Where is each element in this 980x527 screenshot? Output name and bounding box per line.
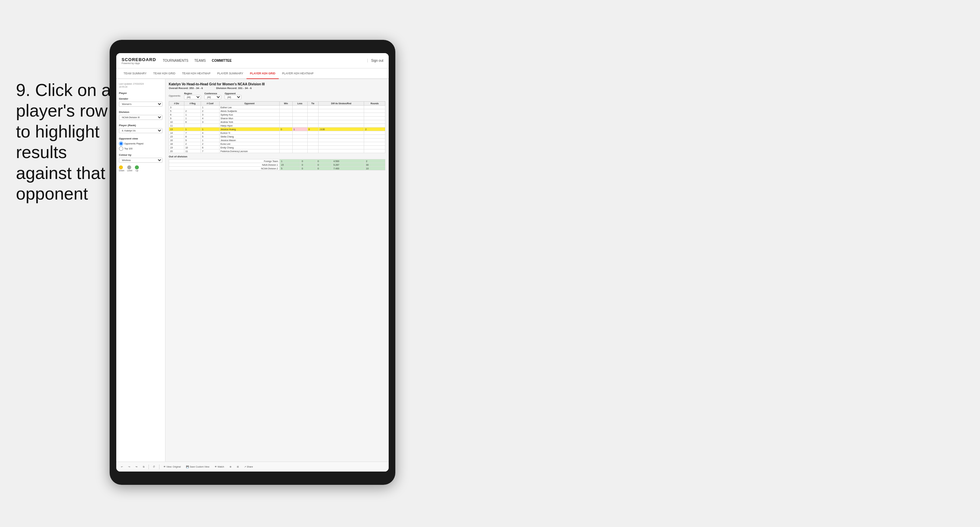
cell-loss: [292, 142, 307, 146]
cell-loss: [292, 113, 307, 117]
top100-radio[interactable]: [119, 146, 123, 151]
cell-opponent: Sharon Mun: [219, 117, 279, 120]
zoom-button[interactable]: ⊕: [228, 465, 233, 469]
subnav-player-summary[interactable]: PLAYER SUMMARY: [214, 68, 247, 79]
table-row[interactable]: 914Sharon Mun: [169, 117, 385, 120]
cell-loss: [292, 124, 307, 127]
cell-tie: [307, 124, 318, 127]
cell-opponent: Haeju Hyun: [219, 124, 279, 127]
col-reg: # Reg: [184, 102, 200, 106]
opponents-played-radio[interactable]: [119, 141, 123, 146]
watch-icon: 👁: [215, 465, 217, 468]
view-original-button[interactable]: 👁 View: Original: [162, 465, 182, 468]
toolbar: ↩ ↪ ↬ ⧉ ⏱ 👁 View: Original 💾 Save Custom…: [116, 462, 389, 471]
cell-loss: 1: [292, 127, 307, 131]
cell-div: 10: [169, 120, 185, 124]
cell-diff: [318, 106, 364, 109]
top100-option[interactable]: Top 100: [119, 146, 162, 151]
cell-tie: [307, 146, 318, 149]
nav-committee[interactable]: COMMITTEE: [212, 58, 232, 63]
logo-area: SCOREBOARD Powered by clippi: [122, 57, 156, 64]
cell-rounds: [364, 124, 385, 127]
watch-button[interactable]: 👁 Watch: [213, 465, 226, 468]
subnav-team-summary[interactable]: TEAM SUMMARY: [120, 68, 150, 79]
opponent-select[interactable]: (All): [224, 95, 242, 99]
out-of-div-row[interactable]: NCAA Division 25007.40010: [169, 167, 385, 170]
nav-tournaments[interactable]: TOURNAMENTS: [163, 58, 188, 63]
main-content: Last Updated: 27/03/2024 16:55:28 Player…: [116, 79, 389, 462]
cell-loss: [292, 120, 307, 124]
cell-diff: [318, 109, 364, 113]
table-row[interactable]: 31Esther Lee: [169, 106, 385, 109]
cell-diff: [318, 120, 364, 124]
legend-level: Level: [127, 165, 132, 172]
out-of-div-name: Foreign Team: [169, 159, 280, 163]
redo-button[interactable]: ↪: [127, 465, 132, 469]
cell-reg: 1: [184, 117, 200, 120]
table-row[interactable]: 20117Federica Domecq Lacroze: [169, 149, 385, 153]
table-row[interactable]: 11Haeju Hyun: [169, 124, 385, 127]
out-of-div-cell: 0: [300, 159, 316, 163]
subnav-team-h2h-heatmap[interactable]: TEAM H2H HEATMAP: [179, 68, 214, 79]
cell-diff: [318, 124, 364, 127]
grid-button[interactable]: ⊞: [235, 465, 240, 469]
timer-button[interactable]: ⏱: [151, 465, 156, 468]
table-row[interactable]: 522Alexis Sudjianto: [169, 109, 385, 113]
opponent-view-section: Opponent view Opponents Played Top 100: [119, 137, 162, 151]
undo-button[interactable]: ↩: [119, 465, 124, 469]
table-row[interactable]: 1691Jessica Mason: [169, 138, 385, 142]
table-row[interactable]: 1311Jessica Huang010-3.002: [169, 127, 385, 131]
subnav-player-h2h-grid[interactable]: PLAYER H2H GRID: [247, 68, 279, 79]
out-of-div-row[interactable]: NAIA Division 115009.26730: [169, 163, 385, 167]
forward-button[interactable]: ↬: [134, 465, 139, 469]
cell-rounds: [364, 120, 385, 124]
out-of-div-cell: 0: [300, 167, 316, 170]
cell-conf: 2: [201, 109, 219, 113]
cell-reg: 1: [184, 113, 200, 117]
subnav-team-h2h-grid[interactable]: TEAM H2H GRID: [150, 68, 179, 79]
cell-reg: 11: [184, 149, 200, 153]
cell-conf: 1: [201, 106, 219, 109]
cell-win: [280, 135, 292, 138]
conference-select[interactable]: (All): [204, 95, 221, 99]
col-rounds: Rounds: [364, 102, 385, 106]
division-select[interactable]: NCAA Division III: [119, 115, 162, 120]
cell-loss: [292, 131, 307, 135]
cell-rounds: [364, 117, 385, 120]
out-of-div-row[interactable]: Foreign Team1004.5002: [169, 159, 385, 163]
logo-sub: Powered by clippi: [122, 62, 156, 64]
tablet-screen: SCOREBOARD Powered by clippi TOURNAMENTS…: [116, 53, 389, 471]
table-row[interactable]: 613Sydney Kuo: [169, 113, 385, 117]
table-row[interactable]: 1474Eunice Yi: [169, 131, 385, 135]
gender-select[interactable]: Women's: [119, 102, 162, 106]
cell-div: 19: [169, 146, 185, 149]
table-row[interactable]: 19106Emily Chang: [169, 146, 385, 149]
cell-diff: [318, 146, 364, 149]
region-filter: Region (All): [184, 92, 201, 99]
cell-div: 9: [169, 117, 185, 120]
colour-by-select[interactable]: Win/loss: [119, 158, 162, 163]
cell-tie: [307, 135, 318, 138]
out-of-division-label: Out of division: [169, 155, 385, 158]
opponents-played-option[interactable]: Opponents Played: [119, 141, 162, 146]
cell-conf: 5: [201, 135, 219, 138]
cell-reg: 6: [184, 120, 200, 124]
region-select[interactable]: (All): [184, 95, 201, 99]
copy-button[interactable]: ⧉: [142, 465, 146, 469]
save-custom-button[interactable]: 💾 Save Custom View: [185, 465, 211, 469]
cell-loss: [292, 146, 307, 149]
sign-out-button[interactable]: Sign out: [368, 59, 383, 62]
share-button[interactable]: ↗ Share: [243, 465, 255, 469]
table-row[interactable]: 1585Stella Chang: [169, 135, 385, 138]
player-section-title: Player: [119, 92, 162, 95]
player-rank-select[interactable]: 8. Katelyn Vo: [119, 128, 162, 133]
colour-by-label: Colour by: [119, 153, 162, 156]
table-row[interactable]: 1822Euna Lee: [169, 142, 385, 146]
table-row[interactable]: 1063Andrea York: [169, 120, 385, 124]
nav-teams[interactable]: TEAMS: [194, 58, 206, 63]
subnav-player-h2h-heatmap[interactable]: PLAYER H2H HEATMAP: [279, 68, 317, 79]
cell-div: 13: [169, 127, 185, 131]
cell-conf: 1: [201, 127, 219, 131]
out-of-division-table: Foreign Team1004.5002NAIA Division 11500…: [169, 159, 385, 170]
cell-win: [280, 113, 292, 117]
